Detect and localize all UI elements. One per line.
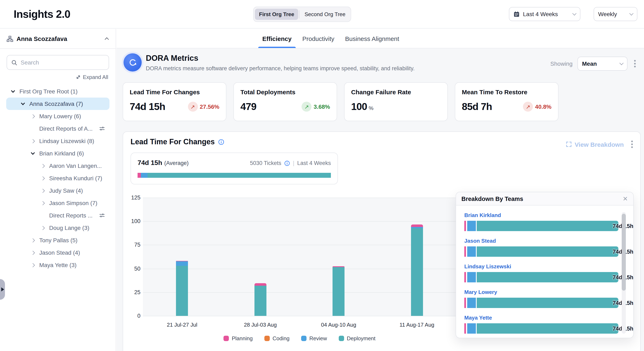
bar-segment-planning[interactable] <box>254 283 266 286</box>
tree-item-first-org-tree-root-1[interactable]: First Org Tree Root (1) <box>6 85 110 98</box>
chevron-right-icon[interactable] <box>41 201 45 205</box>
tree-item-label: First Org Tree Root (1) <box>20 88 78 95</box>
lead-time-chart-card: Lead Time For Changes View Breakdown <box>123 132 641 351</box>
bar-segment-planning <box>464 246 466 257</box>
stacked-bar-28-jul-03-aug[interactable] <box>254 283 266 316</box>
delta-value: 3.68% <box>314 103 330 110</box>
chevron-down-icon[interactable] <box>31 151 35 155</box>
chart-kebab-menu[interactable] <box>630 139 634 150</box>
info-icon[interactable] <box>218 139 224 145</box>
panel-scrollbar-thumb[interactable] <box>622 214 626 291</box>
legend-item-planning[interactable]: Planning <box>224 335 252 341</box>
tree-item-direct-reports[interactable]: Direct Reports ... <box>6 209 110 222</box>
tree-item-sireesha-kunduri-7[interactable]: Sireesha Kunduri (7) <box>6 172 110 184</box>
bar-segment-planning <box>464 272 466 282</box>
legend-swatch <box>301 336 306 341</box>
y-tick-label: 0 <box>137 313 140 319</box>
tree-item-lindsay-liszewski-8[interactable]: Lindsay Liszewski (8) <box>6 135 110 147</box>
chevron-right-icon[interactable] <box>31 114 35 118</box>
chevron-right-icon[interactable] <box>41 189 45 193</box>
breakdown-team-list: Brian Kirkland74d 15hJason Stead74d 15hL… <box>456 205 633 334</box>
team-row-maya-yette: Maya Yette74d 15h <box>464 315 618 334</box>
showing-select[interactable]: Mean <box>578 57 628 71</box>
bar-segment-deployment: 74d 15h <box>477 272 618 282</box>
panel-scrollbar-track[interactable] <box>622 212 626 334</box>
gridline <box>143 316 456 316</box>
lead-time-section-title: Lead Time For Changes <box>130 138 214 146</box>
chevron-right-icon[interactable] <box>41 164 45 168</box>
view-breakdown-button[interactable]: View Breakdown <box>566 141 624 148</box>
tree-item-anna-scozzafava-7[interactable]: Anna Scozzafava (7) <box>6 98 110 110</box>
close-icon[interactable]: ✕ <box>623 196 628 202</box>
dora-kebab-menu[interactable] <box>632 58 638 69</box>
bar-segment-review[interactable] <box>176 261 188 266</box>
stacked-bar-04-aug-10-aug[interactable] <box>333 266 345 316</box>
team-name-link[interactable]: Mary Lowery <box>464 289 618 295</box>
chart-plot-area <box>143 198 456 316</box>
triangle-right-icon <box>1 287 4 291</box>
stacked-bar-21-jul-27-jul[interactable] <box>176 261 188 316</box>
chevron-right-icon[interactable] <box>31 263 35 267</box>
sidebar-header[interactable]: Anna Scozzafava <box>0 29 116 49</box>
legend-item-review[interactable]: Review <box>301 335 327 341</box>
tree-item-jason-simpson-7[interactable]: Jason Simpson (7) <box>6 197 110 209</box>
sidebar-search[interactable] <box>6 55 109 70</box>
tree-item-jason-stead-4[interactable]: Jason Stead (4) <box>6 246 110 259</box>
filter-sliders-icon[interactable] <box>99 212 105 218</box>
bar-segment-deployment[interactable] <box>176 266 188 316</box>
tree-item-doug-lange-3[interactable]: Doug Lange (3) <box>6 222 110 234</box>
collapse-chevron-icon[interactable] <box>105 37 109 41</box>
team-name-link[interactable]: Lindsay Liszewski <box>464 263 618 269</box>
chevron-right-icon[interactable] <box>41 176 45 180</box>
chevron-right-icon[interactable] <box>31 250 35 255</box>
chevron-down-icon[interactable] <box>21 101 25 105</box>
team-name-link[interactable]: Jason Stead <box>464 238 618 244</box>
bar-segment-review[interactable] <box>411 227 423 228</box>
filter-sliders-icon[interactable] <box>99 126 105 132</box>
legend-item-deployment[interactable]: Deployment <box>338 335 376 341</box>
legend-item-coding[interactable]: Coding <box>264 335 289 341</box>
search-input[interactable] <box>21 59 104 66</box>
legend-label: Deployment <box>347 335 376 341</box>
tree-item-label: Mary Lowery (6) <box>39 113 81 120</box>
dora-metrics-description: DORA metrics measure software delivery p… <box>146 65 415 72</box>
tab-business-alignment[interactable]: Business Alignment <box>345 29 399 48</box>
tree-item-label: Direct Reports ... <box>49 212 92 219</box>
stacked-bar-11-aug-17-aug[interactable] <box>411 224 423 316</box>
date-range-select[interactable]: Last 4 Weeks <box>509 7 580 21</box>
chevron-down-icon[interactable] <box>11 89 15 93</box>
chevron-right-icon[interactable] <box>31 238 35 242</box>
bar-segment-planning[interactable] <box>411 224 423 227</box>
team-name-link[interactable]: Maya Yette <box>464 315 618 321</box>
x-tick-label: 04 Aug-10 Aug <box>300 322 378 328</box>
bar-segment-deployment[interactable] <box>411 228 423 316</box>
tree-item-direct-reports-of-a[interactable]: Direct Reports of A... <box>6 122 110 135</box>
tree-item-judy-saw-4[interactable]: Judy Saw (4) <box>6 184 110 197</box>
sidebar-expand-handle[interactable] <box>0 279 5 300</box>
sidebar-user-name: Anna Scozzafava <box>16 35 102 42</box>
tree-item-aaron-van-langen[interactable]: Aaron Van Langen... <box>6 160 110 172</box>
second-org-tree-button[interactable]: Second Org Tree <box>300 9 350 20</box>
breakdown-by-teams-panel: Breakdown By Teams ✕ Brian Kirkland74d 1… <box>456 192 634 338</box>
average-segment-review <box>141 173 148 178</box>
tree-item-mary-lowery-6[interactable]: Mary Lowery (6) <box>6 110 110 122</box>
tree-item-tony-pallas-5[interactable]: Tony Pallas (5) <box>6 234 110 246</box>
expand-all-button[interactable]: Expand All <box>6 74 108 80</box>
team-name-link[interactable]: Brian Kirkland <box>464 212 618 218</box>
bar-segment-deployment[interactable] <box>333 267 345 316</box>
search-icon <box>11 59 17 66</box>
chevron-right-icon[interactable] <box>41 226 45 230</box>
bar-segment-deployment: 74d 15h <box>477 298 618 308</box>
granularity-select[interactable]: Weekly <box>594 7 638 21</box>
y-tick-label: 25 <box>134 289 140 295</box>
tree-item-brian-kirkland-6[interactable]: Brian Kirkland (6) <box>6 147 110 160</box>
info-icon[interactable] <box>284 160 290 166</box>
content-area: DORA Metrics DORA metrics measure softwa… <box>116 48 644 351</box>
tree-item-maya-yette-3[interactable]: Maya Yette (3) <box>6 259 110 271</box>
first-org-tree-button[interactable]: First Org Tree <box>255 9 298 20</box>
bar-segment-deployment[interactable] <box>254 286 266 316</box>
tab-efficiency[interactable]: Efficiency <box>262 29 292 48</box>
chevron-right-icon[interactable] <box>31 139 35 143</box>
tab-productivity[interactable]: Productivity <box>302 29 334 48</box>
trend-up-icon: ↗ <box>302 102 312 112</box>
